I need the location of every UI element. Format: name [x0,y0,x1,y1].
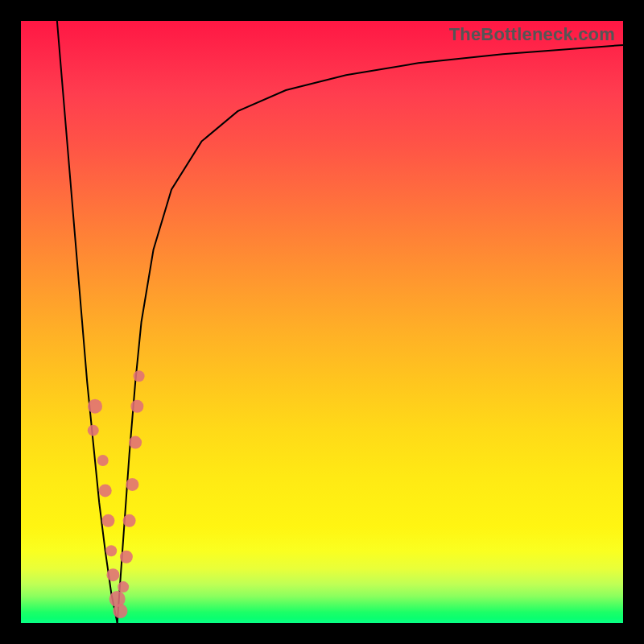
curve-layer [21,21,623,623]
data-marker [123,514,136,527]
data-marker [97,455,109,466]
data-marker [118,581,129,592]
curve-right-branch [118,45,623,623]
chart-frame: TheBottleneck.com [0,0,644,644]
data-marker [88,399,102,414]
watermark-text: TheBottleneck.com [449,24,615,45]
data-marker [99,484,112,497]
data-marker [113,604,127,618]
curve-left-branch [57,21,118,623]
data-marker [130,400,143,413]
data-marker [120,551,133,564]
data-marker [101,514,114,527]
marker-cluster [88,370,145,618]
data-marker [106,568,119,581]
data-marker [129,436,142,449]
data-marker [134,370,145,382]
data-marker [105,545,117,556]
plot-area: TheBottleneck.com [21,21,623,623]
data-marker [126,478,138,491]
data-marker [88,425,99,436]
